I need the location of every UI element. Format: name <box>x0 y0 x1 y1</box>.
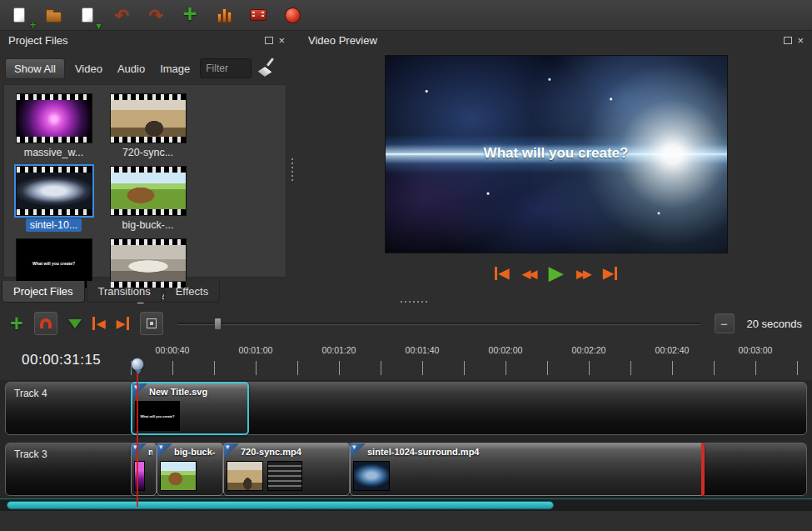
timeline-body: 00:00:31:15 00:00:40 00:01:00 00:01:20 0… <box>0 342 812 531</box>
rewind-button[interactable]: ◀◀ <box>522 268 536 279</box>
filter-audio-button[interactable]: Audio <box>112 59 150 78</box>
ruler-label: 00:01:20 <box>322 345 356 355</box>
close-panel-icon[interactable]: × <box>278 35 285 46</box>
clip-label: 720-sync.mp4 <box>241 447 346 457</box>
clip-massive[interactable]: ▾ m <box>131 443 157 496</box>
file-item-massive[interactable]: massive_w... <box>11 93 97 159</box>
track-name: Track 4 <box>14 388 47 399</box>
filter-input[interactable] <box>200 58 252 78</box>
ruler-ticks <box>131 361 809 375</box>
jump-to-start-button[interactable]: ◀ <box>495 267 509 280</box>
new-project-icon <box>13 8 25 23</box>
profile-bars-icon <box>217 8 232 23</box>
files-filter-row: Show All Video Audio Image <box>5 56 288 81</box>
timeline-ruler[interactable]: 00:00:40 00:01:00 00:01:20 00:01:40 00:0… <box>0 342 812 380</box>
file-thumbnail <box>16 93 92 143</box>
save-arrow-icon: ▼ <box>94 21 103 31</box>
redo-icon: ↷ <box>148 7 163 24</box>
add-track-button[interactable]: + <box>10 313 23 335</box>
ruler-label: 00:01:40 <box>406 345 440 355</box>
tab-project-files[interactable]: Project Files <box>2 281 85 303</box>
play-button[interactable]: ▶ <box>549 264 563 283</box>
timeline-tracks: Track 4 ▾ New Title.svg What will you cr… <box>0 380 812 509</box>
jump-to-end-button[interactable]: ▶ <box>603 267 617 280</box>
clip-label: sintel-1024-surround.mp4 <box>367 447 700 457</box>
video-preview-header: Video Preview × <box>300 31 812 50</box>
clip-thumbnail <box>227 461 263 491</box>
timeline-horizontal-scrollbar[interactable] <box>0 498 812 511</box>
new-project-button[interactable]: + <box>8 4 30 26</box>
import-files-button[interactable]: + <box>179 4 201 26</box>
file-thumbnail <box>110 93 187 143</box>
center-target-icon <box>147 318 157 328</box>
ruler-label: 00:02:20 <box>572 345 606 355</box>
file-item-720-sync[interactable]: 720-sync... <box>105 93 191 159</box>
clip-sintel[interactable]: ▾ sintel-1024-surround.mp4 <box>350 443 705 496</box>
file-item-sintel[interactable]: sintel-10... <box>11 166 97 232</box>
clip-end-marker <box>701 443 705 496</box>
clip-label: New Title.svg <box>149 387 244 397</box>
video-preview-canvas: What will you create? <box>385 55 728 253</box>
clip-menu-icon[interactable]: ▾ <box>132 383 147 398</box>
file-name: big-buck-... <box>118 218 178 232</box>
file-name: sintel-10... <box>26 218 82 232</box>
timeline-zoom-slider[interactable] <box>177 314 700 333</box>
snapping-toggle-button[interactable] <box>34 312 57 335</box>
plus-badge-icon: + <box>29 18 36 31</box>
ruler-label: 00:02:40 <box>655 345 690 355</box>
fast-forward-button[interactable]: ▶▶ <box>576 268 590 279</box>
vertical-splitter-handle[interactable] <box>291 158 293 182</box>
file-item-big-buck[interactable]: big-buck-... <box>105 166 191 232</box>
ruler-label: 00:01:00 <box>239 345 273 355</box>
filmstrip-icon <box>250 9 267 21</box>
export-video-button[interactable] <box>281 4 303 26</box>
horizontal-splitter-handle[interactable] <box>401 301 427 303</box>
clip-thumbnail <box>160 461 197 491</box>
clip-big-buck[interactable]: ▾ big-buck- <box>157 443 223 496</box>
clip-thumbnail <box>134 461 145 491</box>
save-document-icon <box>82 8 93 23</box>
clip-thumbnail: What will you create? <box>135 401 180 431</box>
zoom-out-button[interactable]: − <box>715 313 735 333</box>
project-files-panel: Project Files × Show All Video Audio Ima… <box>0 31 293 303</box>
scrollbar-thumb[interactable] <box>7 501 554 509</box>
clip-new-title[interactable]: ▾ New Title.svg What will you create? <box>131 382 249 435</box>
title-thumb-text: What will you create? <box>32 261 75 266</box>
open-project-button[interactable] <box>42 4 64 26</box>
clip-menu-icon[interactable]: ▾ <box>351 443 366 458</box>
choose-profile-button[interactable] <box>213 4 235 26</box>
undo-button[interactable]: ↶ <box>111 4 132 26</box>
filter-show-all-button[interactable]: Show All <box>5 58 65 79</box>
redo-button[interactable]: ↷ <box>145 4 167 26</box>
center-playhead-button[interactable] <box>140 312 163 335</box>
save-project-button[interactable]: ▼ <box>77 4 98 26</box>
track-3: Track 3 ▾ m ▾ big-buck- ▾ 720-sync.mp4 <box>5 443 807 496</box>
magnet-icon <box>40 318 52 328</box>
slider-handle[interactable] <box>214 318 222 330</box>
undock-icon[interactable] <box>784 37 792 44</box>
file-thumbnail <box>110 166 187 216</box>
close-panel-icon[interactable]: × <box>797 35 804 46</box>
track-name: Track 3 <box>14 448 47 460</box>
clip-thumb-text: What will you create? <box>141 414 175 418</box>
playback-controls: ◀ ◀◀ ▶ ▶▶ ▶ <box>300 264 812 283</box>
clip-menu-icon[interactable]: ▾ <box>157 443 172 458</box>
project-files-header: Project Files × <box>0 31 293 50</box>
undock-icon[interactable] <box>265 37 273 44</box>
ruler-label: 00:02:00 <box>489 345 523 355</box>
previous-marker-button[interactable]: ◀ <box>92 317 106 330</box>
clear-filter-broom-icon[interactable] <box>257 58 278 78</box>
filter-image-button[interactable]: Image <box>155 59 195 78</box>
filter-video-button[interactable]: Video <box>70 59 107 78</box>
file-thumbnail <box>16 166 92 216</box>
next-marker-button[interactable]: ▶ <box>117 317 130 330</box>
playhead-marker[interactable] <box>131 358 144 371</box>
ruler-label: 00:00:40 <box>156 345 190 355</box>
clip-720-sync[interactable]: ▾ 720-sync.mp4 <box>223 443 350 496</box>
clip-menu-icon[interactable]: ▾ <box>224 443 239 458</box>
clip-thumbnail <box>353 461 390 491</box>
add-marker-button[interactable] <box>68 319 82 328</box>
slider-track[interactable] <box>177 323 700 325</box>
fullscreen-button[interactable] <box>247 4 269 26</box>
clip-menu-icon[interactable]: ▾ <box>132 443 147 458</box>
